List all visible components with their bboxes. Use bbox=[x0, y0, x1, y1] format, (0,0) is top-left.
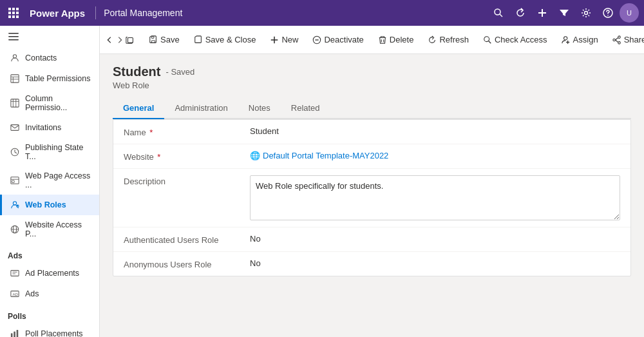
svg-rect-5 bbox=[16, 12, 19, 14]
svg-rect-28 bbox=[11, 125, 19, 131]
sidebar-item-web-page-access[interactable]: Web Page Access ... bbox=[0, 166, 99, 195]
refresh-button[interactable]: Refresh bbox=[421, 31, 475, 48]
sidebar-item-web-page-access-label: Web Page Access ... bbox=[25, 171, 91, 189]
settings-button[interactable] bbox=[576, 3, 596, 23]
tab-notes[interactable]: Notes bbox=[238, 98, 281, 119]
svg-line-10 bbox=[500, 14, 502, 17]
svg-rect-32 bbox=[12, 180, 15, 183]
sidebar-item-web-roles-label: Web Roles bbox=[25, 200, 66, 209]
sidebar-item-web-roles[interactable]: Web Roles bbox=[0, 195, 99, 215]
svg-point-15 bbox=[607, 15, 609, 16]
save-button[interactable]: Save bbox=[142, 31, 186, 48]
save-close-button[interactable]: Save & Close bbox=[187, 31, 263, 48]
web-page-access-icon bbox=[10, 175, 20, 186]
assign-button[interactable]: Assign bbox=[555, 31, 605, 48]
sidebar-toggle[interactable] bbox=[0, 26, 99, 48]
table-permissions-icon bbox=[10, 73, 20, 84]
svg-rect-20 bbox=[11, 75, 19, 82]
sidebar-item-website-access-label: Website Access P... bbox=[25, 220, 91, 238]
svg-rect-24 bbox=[11, 99, 19, 107]
delete-button[interactable]: Delete bbox=[372, 31, 421, 48]
svg-rect-49 bbox=[151, 36, 154, 38]
deactivate-button[interactable]: Deactivate bbox=[306, 31, 370, 48]
sidebar-item-publishing-state[interactable]: Publishing State T... bbox=[0, 138, 99, 166]
sidebar-item-column-permissions[interactable]: Column Permissio... bbox=[0, 89, 99, 117]
svg-line-63 bbox=[615, 40, 618, 43]
command-bar: Save Save & Close New Deactivate Delete … bbox=[100, 26, 644, 54]
sidebar-item-ads[interactable]: AD Ads bbox=[0, 284, 99, 304]
authenticated-label: Authenticated Users Role bbox=[124, 234, 240, 245]
svg-rect-3 bbox=[8, 12, 11, 14]
sidebar-item-poll-placements[interactable]: Poll Placements bbox=[0, 323, 99, 337]
top-nav-icons: U bbox=[488, 3, 639, 23]
svg-rect-45 bbox=[17, 330, 19, 337]
refresh-button[interactable] bbox=[510, 3, 531, 23]
name-value: Student bbox=[250, 126, 620, 136]
svg-line-62 bbox=[615, 37, 618, 40]
sidebar-item-ad-placements-label: Ad Placements bbox=[25, 269, 79, 278]
sidebar-item-publishing-state-label: Publishing State T... bbox=[25, 143, 91, 161]
sidebar: Contacts Table Permissions Column Permis… bbox=[0, 26, 100, 337]
description-textarea[interactable]: Web Role specifically for students. bbox=[250, 175, 620, 220]
column-permissions-icon bbox=[10, 98, 20, 108]
svg-rect-2 bbox=[16, 8, 19, 10]
anonymous-label: Anonymous Users Role bbox=[124, 258, 240, 269]
tab-related[interactable]: Related bbox=[281, 98, 330, 119]
sidebar-item-invitations-label: Invitations bbox=[25, 123, 61, 132]
help-button[interactable] bbox=[598, 3, 618, 23]
svg-point-13 bbox=[585, 12, 588, 15]
svg-point-33 bbox=[13, 202, 16, 205]
apps-grid-button[interactable] bbox=[5, 5, 22, 21]
sidebar-item-ad-placements[interactable]: Ad Placements bbox=[0, 263, 99, 284]
form-row-website: Website * 🌐Default Portal Template-MAY20… bbox=[113, 144, 630, 169]
app-name: Power Apps bbox=[27, 8, 88, 19]
share-button[interactable]: Share bbox=[606, 31, 644, 48]
form-row-anonymous: Anonymous Users Role No bbox=[113, 252, 630, 276]
svg-rect-18 bbox=[8, 39, 19, 41]
sidebar-item-invitations[interactable]: Invitations bbox=[0, 117, 99, 138]
saved-status: - Saved bbox=[166, 67, 194, 77]
form-card: Name * Student Website * 🌐Default Portal… bbox=[113, 119, 631, 276]
form-row-name: Name * Student bbox=[113, 120, 630, 144]
poll-placements-icon bbox=[10, 329, 20, 337]
sidebar-item-contacts[interactable]: Contacts bbox=[0, 48, 99, 68]
tab-general[interactable]: General bbox=[113, 98, 164, 119]
forward-button[interactable] bbox=[115, 30, 124, 50]
website-label: Website * bbox=[124, 151, 240, 162]
publishing-state-icon bbox=[10, 147, 20, 157]
form-row-description: Description Web Role specifically for st… bbox=[113, 169, 630, 227]
search-button[interactable] bbox=[488, 3, 509, 23]
svg-text:AD: AD bbox=[13, 292, 19, 296]
user-avatar[interactable]: U bbox=[620, 3, 639, 23]
sidebar-item-poll-placements-label: Poll Placements bbox=[25, 329, 83, 337]
record-type: Web Role bbox=[113, 81, 631, 90]
svg-point-60 bbox=[618, 41, 620, 44]
svg-rect-7 bbox=[12, 15, 15, 18]
svg-point-56 bbox=[564, 36, 567, 39]
anonymous-value: No bbox=[250, 258, 620, 268]
svg-rect-6 bbox=[8, 15, 11, 18]
add-button[interactable] bbox=[532, 3, 553, 23]
svg-point-61 bbox=[613, 39, 616, 41]
svg-rect-47 bbox=[128, 37, 133, 43]
sidebar-item-website-access[interactable]: Website Access P... bbox=[0, 215, 99, 244]
svg-rect-44 bbox=[14, 332, 15, 338]
invitations-icon bbox=[10, 122, 20, 133]
content-area: Save Save & Close New Deactivate Delete … bbox=[100, 26, 644, 337]
website-access-icon bbox=[10, 224, 20, 235]
filter-button[interactable] bbox=[554, 3, 574, 23]
sidebar-item-table-permissions[interactable]: Table Permissions bbox=[0, 68, 99, 89]
tab-administration[interactable]: Administration bbox=[164, 98, 238, 119]
svg-rect-16 bbox=[8, 33, 19, 34]
polls-section-title: Polls bbox=[0, 304, 99, 323]
svg-rect-43 bbox=[11, 333, 13, 337]
copy-link-button[interactable] bbox=[126, 30, 135, 50]
authenticated-value: No bbox=[250, 234, 620, 244]
check-access-button[interactable]: Check Access bbox=[477, 31, 554, 48]
new-button[interactable]: New bbox=[263, 31, 305, 48]
back-button[interactable] bbox=[105, 30, 114, 50]
svg-rect-8 bbox=[16, 15, 19, 18]
website-link[interactable]: Default Portal Template-MAY2022 bbox=[263, 151, 388, 160]
name-label: Name * bbox=[124, 126, 240, 137]
record-title: Student - Saved bbox=[113, 64, 631, 79]
